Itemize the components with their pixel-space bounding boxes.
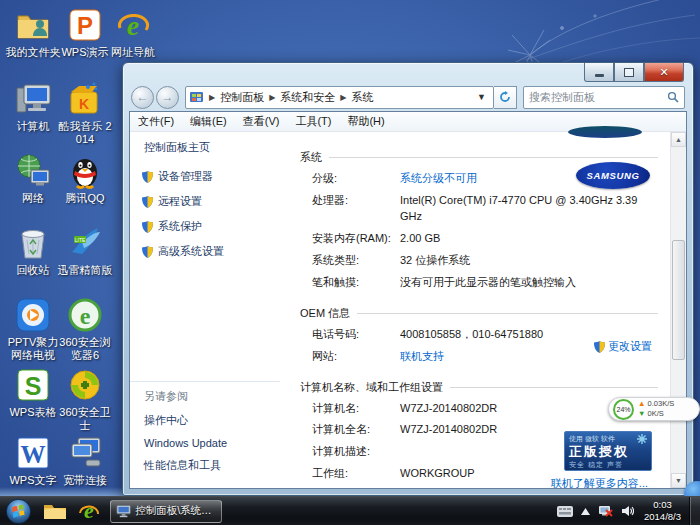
network-status-icon[interactable]: [598, 505, 613, 518]
taskbar-browser-button[interactable]: e: [76, 499, 102, 523]
learn-more-online-link[interactable]: 联机了解更多内容...: [551, 476, 648, 489]
field-label: 计算机全名:: [312, 422, 400, 438]
sidebar-action-center[interactable]: 操作中心: [144, 413, 280, 428]
breadcrumb-system[interactable]: 系统: [351, 90, 373, 105]
online-support-link[interactable]: 联机支持: [400, 349, 444, 365]
breadcrumb-system-security[interactable]: 系统和安全: [280, 90, 335, 105]
refresh-button[interactable]: [494, 86, 517, 109]
network-icon: [14, 152, 52, 190]
scrolled-logo-sliver: [568, 126, 642, 138]
recycle-bin-icon: [14, 224, 52, 262]
desktop-icon-wps-spreadsheet[interactable]: S WPS表格: [4, 366, 62, 419]
sidebar-system-protection[interactable]: 系统保护: [142, 219, 286, 234]
desktop-icon-label: 360安全卫士: [56, 406, 114, 431]
back-button[interactable]: ←: [131, 86, 154, 109]
desktop-icon-label: 酷我音乐 2014: [56, 120, 114, 145]
ram-value: 2.00 GB: [400, 231, 440, 247]
show-desktop-button[interactable]: [689, 497, 700, 525]
desktop-icon-label: 腾讯QQ: [56, 192, 114, 205]
menu-edit[interactable]: 编辑(E): [190, 114, 227, 129]
taskbar-active-task[interactable]: 控制面板\系统和...: [110, 500, 222, 523]
minimize-button[interactable]: [584, 63, 614, 82]
see-also-title: 另请参阅: [144, 389, 280, 404]
desktop-icon-label: 网址导航: [104, 46, 162, 59]
menu-tools[interactable]: 工具(T): [295, 114, 331, 129]
section-title: OEM 信息: [300, 306, 350, 321]
net-speed-widget[interactable]: 24% ▲ 0.03K/S ▼ 0K/S: [608, 397, 700, 421]
desktop-icon-wps-writer[interactable]: W WPS文字: [4, 434, 62, 487]
wps-spreadsheet-icon: S: [14, 366, 52, 404]
menu-file[interactable]: 文件(F): [138, 114, 174, 129]
sidebar-windows-update[interactable]: Windows Update: [144, 437, 280, 449]
pptv-icon: [14, 296, 52, 334]
360-safeguard-icon: [66, 366, 104, 404]
menu-help[interactable]: 帮助(H): [347, 114, 384, 129]
taskbar-explorer-button[interactable]: [42, 499, 68, 523]
sidebar-control-panel-home[interactable]: 控制面板主页: [144, 140, 286, 155]
search-icon: [667, 91, 679, 103]
green-e-browser-icon: e: [78, 500, 100, 522]
field-label: 计算机名:: [312, 401, 400, 417]
breadcrumb-arrow-icon: ▶: [209, 93, 215, 102]
sidebar-remote-settings[interactable]: 远程设置: [142, 194, 286, 209]
scroll-down-arrow[interactable]: ▼: [671, 473, 686, 488]
desktop-icon-360-browser[interactable]: e 360安全浏览器6: [56, 296, 114, 361]
sidebar-advanced-system-settings[interactable]: 高级系统设置: [142, 244, 286, 259]
desktop-icon-computer[interactable]: 计算机: [4, 80, 62, 133]
desktop-icon-label: WPS表格: [4, 406, 62, 419]
search-box[interactable]: 搜索控制面板: [523, 86, 685, 109]
field-label: 分级:: [312, 171, 400, 187]
svg-text:LITE: LITE: [75, 237, 86, 243]
input-method-icon[interactable]: [557, 506, 573, 517]
svg-text:W: W: [21, 441, 46, 468]
scroll-up-arrow[interactable]: ▲: [671, 132, 686, 147]
system-window-icon: [116, 504, 131, 518]
desktop-icon-tencent-qq[interactable]: 腾讯QQ: [56, 152, 114, 205]
rating-unavailable-link[interactable]: 系统分级不可用: [400, 171, 477, 187]
volume-icon[interactable]: [621, 505, 634, 517]
window-body: 文件(F) 编辑(E) 查看(V) 工具(T) 帮助(H) 控制面板主页 设备管…: [129, 111, 687, 489]
desktop-icon-kuwo-music[interactable]: K 酷我音乐 2014: [56, 80, 114, 145]
close-button[interactable]: ✕: [644, 63, 684, 82]
360-browser-icon: e: [66, 296, 104, 334]
change-settings-link[interactable]: 更改设置: [608, 339, 652, 354]
genuine-star-icon: [637, 434, 647, 444]
navigation-bar: ← → ▶ 控制面板 ▶ 系统和安全 ▶ 系统 ▼ 搜索控制面板: [131, 85, 685, 109]
address-bar[interactable]: ▶ 控制面板 ▶ 系统和安全 ▶ 系统 ▼: [185, 86, 494, 109]
taskbar-clock[interactable]: 0:03 2014/8/3: [644, 499, 681, 523]
net-speed-rates: ▲ 0.03K/S ▼ 0K/S: [638, 399, 674, 419]
sidebar-device-manager[interactable]: 设备管理器: [142, 169, 286, 184]
change-settings[interactable]: 更改设置: [594, 339, 652, 354]
show-hidden-icons-button[interactable]: [581, 508, 590, 515]
field-label: 电话号码:: [312, 327, 400, 343]
scrollbar-thumb[interactable]: [672, 240, 685, 360]
desktop-icon-thunder-lite[interactable]: LITE 迅雷精简版: [56, 224, 114, 277]
restore-button[interactable]: [614, 63, 644, 82]
green-e-navigation-icon: e: [114, 6, 152, 44]
menu-view[interactable]: 查看(V): [243, 114, 280, 129]
user-folder-icon: [14, 6, 52, 44]
clock-time: 0:03: [644, 499, 681, 511]
desktop-icon-label: 计算机: [4, 120, 62, 133]
desktop-icon-pptv[interactable]: PPTV聚力 网络电视: [4, 296, 62, 361]
svg-text:e: e: [127, 10, 139, 41]
desktop-icon-broadband-connection[interactable]: 宽带连接: [56, 434, 114, 487]
uac-shield-icon: [142, 246, 153, 258]
desktop-icon-label: 网络: [4, 192, 62, 205]
desktop-icon-network[interactable]: 网络: [4, 152, 62, 205]
computer-icon: [14, 80, 52, 118]
breadcrumb-control-panel[interactable]: 控制面板: [220, 90, 264, 105]
desktop-icon-label: 360安全浏览器6: [56, 336, 114, 361]
address-dropdown-icon[interactable]: ▼: [474, 92, 489, 102]
desktop-icon-my-folder[interactable]: 我的文件夹: [4, 6, 62, 59]
uac-shield-icon: [594, 341, 605, 353]
start-button[interactable]: [5, 498, 32, 525]
desktop-icon-recycle-bin[interactable]: 回收站: [4, 224, 62, 277]
genuine-software-badge[interactable]: 使用 微软 软件 正版授权 安全 稳定 声誉: [564, 431, 652, 471]
forward-button[interactable]: →: [156, 86, 179, 109]
svg-text:S: S: [25, 372, 42, 400]
vertical-scrollbar[interactable]: ▲ ▼: [670, 132, 686, 488]
desktop-icon-360-safeguard[interactable]: 360安全卫士: [56, 366, 114, 431]
sidebar-performance-tools[interactable]: 性能信息和工具: [144, 458, 280, 473]
desktop-icon-url-navigation[interactable]: e 网址导航: [104, 6, 162, 59]
